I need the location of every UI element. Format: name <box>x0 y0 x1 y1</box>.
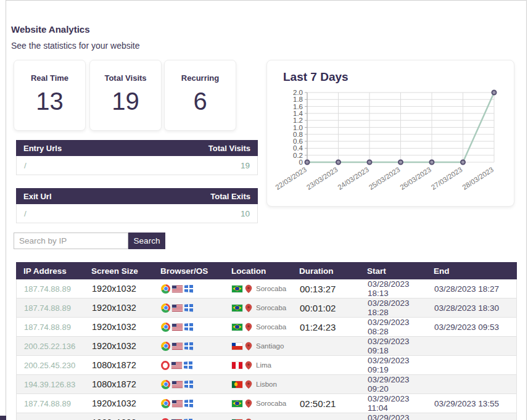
start-time: 03/28/2023 18:28 <box>368 299 432 317</box>
location: Lima <box>232 356 297 374</box>
windows-icon <box>184 400 193 408</box>
chart-title: Last 7 Days <box>283 70 349 84</box>
column-header: Location <box>231 262 297 279</box>
entry-url-link[interactable]: / <box>24 161 27 170</box>
total-visits-header-label: Total Visits <box>208 144 250 153</box>
start-time: 03/29/2023 11:04 <box>368 394 432 413</box>
chrome-icon <box>161 284 170 294</box>
peru-flag-icon <box>232 362 242 369</box>
table-row: 187.74.88.891920x1032Sorocaba00:01:0203/… <box>17 299 516 318</box>
visits-table-body: 187.74.88.891920x1032Sorocaba00:13:2703/… <box>16 279 517 420</box>
table-row: 194.39.126.831080x1872Lisbon03/29/2023 0… <box>17 375 516 394</box>
screen-size: 1080x1872 <box>92 375 157 393</box>
location: Sorocaba <box>232 299 297 317</box>
table-row: 200.25.22.1361920x1032Santiago03/29/2023… <box>17 337 516 356</box>
ip-address-link[interactable]: 187.74.88.89 <box>24 299 88 317</box>
svg-text:0.2: 0.2 <box>293 152 303 159</box>
screen-size: 1920x1032 <box>92 299 157 317</box>
brazil-flag-icon <box>232 400 242 407</box>
map-pin-icon <box>245 361 252 370</box>
browser-os-icons <box>161 337 229 355</box>
exit-url-link[interactable]: / <box>24 209 27 218</box>
us-flag-icon <box>172 286 183 292</box>
entry-urls-table: Entry Urls Total Visits / 19 <box>16 140 258 175</box>
opera-icon <box>161 418 170 420</box>
entry-urls-header: Entry Urls Total Visits <box>16 140 258 156</box>
windows-icon <box>184 381 193 389</box>
browser-os-icons <box>161 413 229 420</box>
stat-card-realtime: Real Time 13 <box>14 60 86 131</box>
start-time: 03/29/2023 13:13 <box>368 413 432 420</box>
location: Sorocaba <box>232 318 297 336</box>
start-time: 03/28/2023 18:13 <box>368 279 432 298</box>
chrome-icon <box>161 303 170 313</box>
ip-address-link[interactable]: 194.166.144.18 <box>24 413 88 420</box>
brazil-flag-icon <box>232 305 242 311</box>
us-flag-icon <box>172 324 183 331</box>
chrome-icon <box>161 399 170 408</box>
map-pin-icon <box>245 323 252 332</box>
analytics-page: Website Analytics See the statistics for… <box>0 0 528 420</box>
windows-icon <box>184 285 193 293</box>
visits-table-header: IP AddressScreen SizeBrowser/OSLocationD… <box>16 262 517 279</box>
stat-value: 19 <box>90 88 161 115</box>
windows-icon <box>184 304 193 312</box>
exit-url-row: / 10 <box>16 204 258 223</box>
column-header: IP Address <box>23 262 88 279</box>
exit-url-table: Exit Url Total Exits / 10 <box>16 188 258 223</box>
location: Lisbon <box>232 375 297 393</box>
windows-icon <box>184 323 193 331</box>
stat-label: Real Time <box>14 73 85 83</box>
search-input[interactable] <box>14 233 128 249</box>
us-flag-icon <box>171 362 182 369</box>
windows-icon <box>184 361 192 369</box>
frame-top-border <box>6 0 527 1</box>
stat-label: Recurring <box>165 73 236 83</box>
ip-address-link[interactable]: 200.25.22.136 <box>24 337 88 355</box>
visits-table: IP AddressScreen SizeBrowser/OSLocationD… <box>16 262 517 420</box>
stat-value: 13 <box>14 88 85 115</box>
location: Santiago <box>232 337 297 355</box>
opera-icon <box>161 361 170 370</box>
duration <box>300 375 364 393</box>
map-pin-icon <box>245 380 252 389</box>
chile-flag-icon <box>232 343 242 350</box>
start-time: 03/29/2023 09:18 <box>368 337 432 355</box>
exit-url-exits: 10 <box>241 209 250 218</box>
city-label: Sorocaba <box>256 400 286 407</box>
column-header: End <box>434 262 514 279</box>
portugal-flag-icon <box>232 381 242 388</box>
svg-text:0: 0 <box>299 159 303 166</box>
end-time <box>434 337 514 355</box>
svg-text:26/03/2023: 26/03/2023 <box>398 166 432 191</box>
ip-address-link[interactable]: 187.74.88.89 <box>24 279 88 298</box>
ip-address-link[interactable]: 187.74.88.89 <box>24 318 88 336</box>
ip-address-link[interactable]: 187.74.88.89 <box>24 394 88 413</box>
ip-address-link[interactable]: 200.25.45.230 <box>24 356 88 374</box>
browser-os-icons <box>161 318 229 336</box>
us-flag-icon <box>172 343 183 350</box>
svg-text:0.6: 0.6 <box>293 138 303 145</box>
duration <box>300 356 364 374</box>
ip-address-link[interactable]: 194.39.126.83 <box>24 375 88 393</box>
location: Lisbon <box>232 413 297 420</box>
screen-size: 1920x1032 <box>92 279 157 298</box>
last7days-card: Last 7 Days 00.20.40.60.81.01.21.41.61.8… <box>266 60 514 207</box>
stat-label: Total Visits <box>90 73 161 83</box>
browser-os-icons <box>161 279 229 298</box>
stat-card-total-visits: Total Visits 19 <box>89 60 162 131</box>
duration <box>300 337 364 355</box>
browser-os-icons <box>161 356 229 374</box>
start-time: 03/29/2023 08:28 <box>368 318 432 336</box>
svg-text:1.0: 1.0 <box>293 124 303 131</box>
map-pin-icon <box>245 418 252 420</box>
svg-text:24/03/2023: 24/03/2023 <box>336 166 370 191</box>
browser-os-icons <box>161 394 229 413</box>
us-flag-icon <box>172 305 183 311</box>
total-exits-header-label: Total Exits <box>210 192 250 201</box>
end-time: 03/28/2023 18:27 <box>434 279 514 298</box>
search-button[interactable]: Search <box>128 233 165 249</box>
map-pin-icon <box>245 399 252 408</box>
svg-text:28/03/2023: 28/03/2023 <box>461 166 495 191</box>
table-row: 187.74.88.891920x1032Sorocaba02:50:2103/… <box>17 394 516 413</box>
